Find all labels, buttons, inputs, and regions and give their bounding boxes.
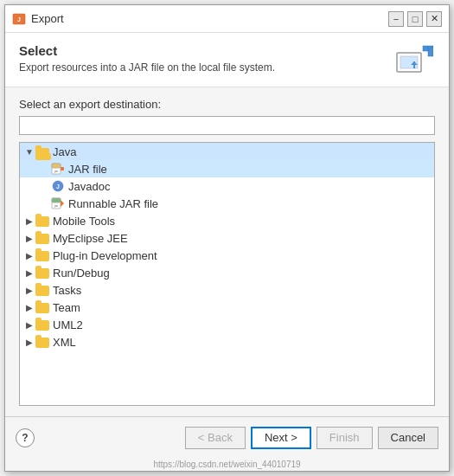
search-input[interactable] — [19, 116, 435, 135]
tree-label-runnable-jar: Runnable JAR file — [68, 197, 158, 210]
tree-item-team[interactable]: ▶ Team — [20, 299, 434, 316]
tree-label-java: Java — [53, 145, 76, 158]
tree-label-myeclipse-jee: MyEclipse JEE — [53, 232, 128, 245]
folder-icon-team — [35, 300, 49, 314]
folder-icon-plugin — [35, 248, 49, 262]
back-button[interactable]: < Back — [185, 427, 246, 449]
export-window: J Export − □ ✕ Select Export resources i… — [4, 4, 450, 472]
tree-item-tasks[interactable]: ▶ Tasks — [20, 281, 434, 299]
expand-arrow-tasks[interactable]: ▶ — [23, 283, 35, 297]
expand-arrow-run[interactable]: ▶ — [23, 266, 35, 280]
app-icon: J — [12, 12, 26, 26]
tree-item-jar-file[interactable]: ▶ jar JAR file — [20, 160, 434, 177]
footer-section: ? < Back Next > Finish Cancel — [5, 416, 449, 458]
svg-rect-10 — [52, 164, 61, 168]
svg-text:jar: jar — [54, 203, 59, 208]
page-title: Select — [19, 43, 275, 58]
tree-item-runnable-jar[interactable]: ▶ jar Runnable JAR file — [20, 195, 434, 212]
tree-label-run-debug: Run/Debug — [53, 267, 110, 280]
tree-item-myeclipse-jee[interactable]: ▶ MyEclipse JEE — [20, 229, 434, 247]
tree-label-tasks: Tasks — [53, 284, 81, 297]
page-description: Export resources into a JAR file on the … — [19, 61, 275, 74]
finish-button[interactable]: Finish — [317, 427, 373, 449]
maximize-button[interactable]: □ — [407, 11, 423, 27]
header-section: Select Export resources into a JAR file … — [5, 33, 449, 87]
expand-arrow-java[interactable]: ▼ — [23, 145, 35, 158]
tree-label-jar-file: JAR file — [68, 163, 107, 176]
javadoc-icon: J — [51, 179, 65, 193]
next-button[interactable]: Next > — [251, 427, 311, 449]
tree-item-javadoc[interactable]: ▶ J Javadoc — [20, 177, 434, 195]
tree-item-mobile-tools[interactable]: ▶ Mobile Tools — [20, 212, 434, 229]
jar-file-icon: jar — [51, 162, 65, 176]
watermark: https://blog.csdn.net/weixin_44010719 — [5, 458, 449, 471]
folder-icon-tasks — [35, 283, 49, 297]
cancel-button[interactable]: Cancel — [378, 427, 438, 449]
expand-arrow-mobile[interactable]: ▶ — [23, 214, 35, 228]
tree-label-javadoc: Javadoc — [68, 180, 110, 193]
tree-label-mobile-tools: Mobile Tools — [53, 215, 115, 228]
export-icon — [393, 43, 435, 78]
tree-container[interactable]: ▼ Java ▶ jar — [19, 142, 435, 406]
tree-label-plugin-dev: Plug-in Development — [53, 249, 157, 262]
tree-item-java[interactable]: ▼ Java — [20, 143, 434, 160]
folder-icon-uml2 — [35, 318, 49, 331]
header-text: Select Export resources into a JAR file … — [19, 43, 275, 74]
expand-arrow-uml2[interactable]: ▶ — [23, 318, 35, 331]
window-controls: − □ ✕ — [388, 11, 442, 27]
footer-right: < Back Next > Finish Cancel — [185, 427, 438, 449]
expand-arrow-myeclipse[interactable]: ▶ — [23, 231, 35, 245]
main-section: Select an export destination: ▼ Java ▶ — [5, 87, 449, 416]
svg-text:J: J — [17, 16, 21, 23]
close-button[interactable]: ✕ — [426, 11, 442, 27]
svg-rect-16 — [52, 198, 61, 203]
help-button[interactable]: ? — [16, 428, 35, 447]
runnable-jar-icon: jar — [51, 196, 65, 210]
footer-left: ? — [16, 428, 35, 447]
folder-open-icon — [35, 145, 49, 158]
tree-item-plugin-dev[interactable]: ▶ Plug-in Development — [20, 247, 434, 264]
content-area: Select Export resources into a JAR file … — [5, 33, 449, 471]
svg-text:jar: jar — [54, 169, 59, 173]
expand-arrow-plugin[interactable]: ▶ — [23, 248, 35, 262]
section-label: Select an export destination: — [19, 98, 435, 111]
minimize-button[interactable]: − — [388, 11, 404, 27]
tree-item-uml2[interactable]: ▶ UML2 — [20, 316, 434, 333]
folder-icon-xml — [35, 335, 49, 349]
svg-text:J: J — [56, 183, 60, 190]
tree-item-run-debug[interactable]: ▶ Run/Debug — [20, 264, 434, 281]
expand-arrow-team[interactable]: ▶ — [23, 300, 35, 314]
folder-icon-run — [35, 266, 49, 280]
window-title: Export — [31, 12, 388, 25]
expand-arrow-xml[interactable]: ▶ — [23, 335, 35, 349]
tree-label-xml: XML — [53, 336, 76, 349]
folder-icon-mobile — [35, 214, 49, 228]
folder-icon-myeclipse — [35, 231, 49, 245]
tree-label-uml2: UML2 — [53, 318, 83, 331]
tree-label-team: Team — [53, 301, 80, 314]
svg-rect-11 — [61, 167, 64, 170]
title-bar: J Export − □ ✕ — [5, 5, 449, 33]
tree-item-xml[interactable]: ▶ XML — [20, 333, 434, 351]
svg-marker-17 — [61, 200, 64, 207]
